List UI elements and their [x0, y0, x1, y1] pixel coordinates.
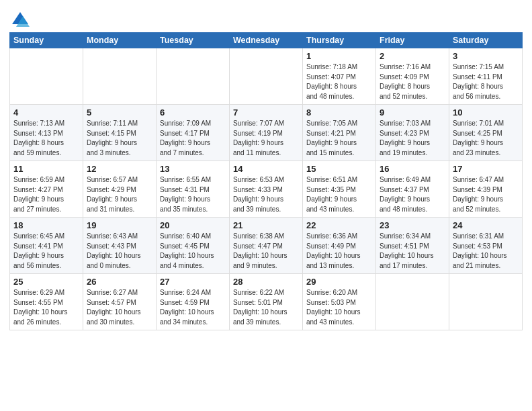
- day-number: 14: [233, 164, 299, 174]
- calendar-cell: 9Sunrise: 7:03 AMSunset: 4:23 PMDaylight…: [376, 105, 449, 161]
- day-info: Sunrise: 6:57 AMSunset: 4:29 PMDaylight:…: [87, 175, 152, 214]
- calendar-cell: 2Sunrise: 7:16 AMSunset: 4:09 PMDaylight…: [376, 48, 449, 105]
- day-info: Sunrise: 7:09 AMSunset: 4:17 PMDaylight:…: [160, 119, 226, 158]
- calendar-header-monday: Monday: [83, 33, 157, 48]
- day-number: 13: [160, 164, 226, 174]
- day-number: 8: [306, 107, 372, 118]
- calendar-cell: 27Sunrise: 6:24 AMSunset: 4:59 PMDayligh…: [157, 274, 230, 330]
- day-number: 16: [380, 164, 445, 174]
- day-info: Sunrise: 7:18 AMSunset: 4:07 PMDaylight:…: [306, 62, 372, 101]
- day-info: Sunrise: 6:51 AMSunset: 4:35 PMDaylight:…: [306, 175, 372, 214]
- day-number: 10: [453, 107, 519, 118]
- calendar-cell: 15Sunrise: 6:51 AMSunset: 4:35 PMDayligh…: [303, 161, 376, 218]
- day-info: Sunrise: 6:53 AMSunset: 4:33 PMDaylight:…: [233, 175, 299, 214]
- day-info: Sunrise: 7:16 AMSunset: 4:09 PMDaylight:…: [380, 62, 445, 101]
- day-number: 17: [453, 164, 519, 174]
- calendar-cell: 24Sunrise: 6:31 AMSunset: 4:53 PMDayligh…: [449, 218, 523, 274]
- calendar-week-row: 11Sunrise: 6:59 AMSunset: 4:27 PMDayligh…: [10, 161, 523, 218]
- day-info: Sunrise: 6:55 AMSunset: 4:31 PMDaylight:…: [160, 175, 226, 214]
- calendar-cell: 12Sunrise: 6:57 AMSunset: 4:29 PMDayligh…: [83, 161, 157, 218]
- day-info: Sunrise: 6:47 AMSunset: 4:39 PMDaylight:…: [453, 175, 519, 214]
- day-info: Sunrise: 7:07 AMSunset: 4:19 PMDaylight:…: [233, 119, 299, 158]
- day-number: 9: [380, 107, 445, 118]
- day-number: 15: [306, 164, 372, 174]
- calendar-header-row: SundayMondayTuesdayWednesdayThursdayFrid…: [10, 33, 523, 48]
- day-number: 2: [380, 51, 445, 61]
- calendar-cell: 5Sunrise: 7:11 AMSunset: 4:15 PMDaylight…: [83, 105, 157, 161]
- day-info: Sunrise: 6:43 AMSunset: 4:43 PMDaylight:…: [87, 232, 152, 271]
- calendar-week-row: 1Sunrise: 7:18 AMSunset: 4:07 PMDaylight…: [10, 48, 523, 105]
- calendar-cell: 8Sunrise: 7:05 AMSunset: 4:21 PMDaylight…: [303, 105, 376, 161]
- day-info: Sunrise: 6:27 AMSunset: 4:57 PMDaylight:…: [87, 288, 152, 327]
- logo-icon: [11, 9, 30, 28]
- calendar-cell: 16Sunrise: 6:49 AMSunset: 4:37 PMDayligh…: [376, 161, 449, 218]
- day-number: 28: [233, 277, 299, 287]
- calendar-cell: 20Sunrise: 6:40 AMSunset: 4:45 PMDayligh…: [157, 218, 230, 274]
- day-info: Sunrise: 6:45 AMSunset: 4:41 PMDaylight:…: [13, 232, 79, 271]
- day-number: 27: [160, 277, 226, 287]
- day-number: 24: [453, 220, 519, 230]
- day-number: 6: [160, 107, 226, 118]
- day-info: Sunrise: 7:15 AMSunset: 4:11 PMDaylight:…: [453, 62, 519, 101]
- day-info: Sunrise: 6:59 AMSunset: 4:27 PMDaylight:…: [13, 175, 79, 214]
- calendar-cell: 13Sunrise: 6:55 AMSunset: 4:31 PMDayligh…: [157, 161, 230, 218]
- day-info: Sunrise: 7:11 AMSunset: 4:15 PMDaylight:…: [87, 119, 152, 158]
- day-info: Sunrise: 6:49 AMSunset: 4:37 PMDaylight:…: [380, 175, 445, 214]
- calendar-cell: 23Sunrise: 6:34 AMSunset: 4:51 PMDayligh…: [376, 218, 449, 274]
- calendar-cell: 3Sunrise: 7:15 AMSunset: 4:11 PMDaylight…: [449, 48, 523, 105]
- day-number: 25: [13, 277, 79, 287]
- day-number: 12: [87, 164, 152, 174]
- day-number: 7: [233, 107, 299, 118]
- calendar-week-row: 18Sunrise: 6:45 AMSunset: 4:41 PMDayligh…: [10, 218, 523, 274]
- day-info: Sunrise: 6:36 AMSunset: 4:49 PMDaylight:…: [306, 232, 372, 271]
- calendar-cell: 11Sunrise: 6:59 AMSunset: 4:27 PMDayligh…: [10, 161, 83, 218]
- day-number: 22: [306, 220, 372, 230]
- day-info: Sunrise: 7:01 AMSunset: 4:25 PMDaylight:…: [453, 119, 519, 158]
- calendar-cell: 6Sunrise: 7:09 AMSunset: 4:17 PMDaylight…: [157, 105, 230, 161]
- calendar-cell: [376, 274, 449, 330]
- calendar-cell: 10Sunrise: 7:01 AMSunset: 4:25 PMDayligh…: [449, 105, 523, 161]
- calendar-cell: 7Sunrise: 7:07 AMSunset: 4:19 PMDaylight…: [230, 105, 303, 161]
- day-info: Sunrise: 6:24 AMSunset: 4:59 PMDaylight:…: [160, 288, 226, 327]
- day-number: 1: [306, 51, 372, 61]
- calendar-week-row: 25Sunrise: 6:29 AMSunset: 4:55 PMDayligh…: [10, 274, 523, 330]
- day-number: 4: [13, 107, 79, 118]
- day-info: Sunrise: 6:31 AMSunset: 4:53 PMDaylight:…: [453, 232, 519, 271]
- calendar-header-wednesday: Wednesday: [230, 33, 303, 48]
- day-number: 26: [87, 277, 152, 287]
- calendar-cell: 28Sunrise: 6:22 AMSunset: 5:01 PMDayligh…: [230, 274, 303, 330]
- day-number: 11: [13, 164, 79, 174]
- day-info: Sunrise: 6:34 AMSunset: 4:51 PMDaylight:…: [380, 232, 445, 271]
- calendar-cell: 26Sunrise: 6:27 AMSunset: 4:57 PMDayligh…: [83, 274, 157, 330]
- calendar-cell: [157, 48, 230, 105]
- day-number: 18: [13, 220, 79, 230]
- header: [9, 7, 523, 28]
- calendar-cell: 21Sunrise: 6:38 AMSunset: 4:47 PMDayligh…: [230, 218, 303, 274]
- calendar-cell: 29Sunrise: 6:20 AMSunset: 5:03 PMDayligh…: [303, 274, 376, 330]
- calendar-cell: [449, 274, 523, 330]
- day-number: 29: [306, 277, 372, 287]
- calendar-cell: 19Sunrise: 6:43 AMSunset: 4:43 PMDayligh…: [83, 218, 157, 274]
- logo: [9, 9, 30, 28]
- day-number: 23: [380, 220, 445, 230]
- calendar-cell: [230, 48, 303, 105]
- calendar-cell: 4Sunrise: 7:13 AMSunset: 4:13 PMDaylight…: [10, 105, 83, 161]
- calendar-week-row: 4Sunrise: 7:13 AMSunset: 4:13 PMDaylight…: [10, 105, 523, 161]
- day-info: Sunrise: 6:22 AMSunset: 5:01 PMDaylight:…: [233, 288, 299, 327]
- day-info: Sunrise: 7:05 AMSunset: 4:21 PMDaylight:…: [306, 119, 372, 158]
- day-info: Sunrise: 6:38 AMSunset: 4:47 PMDaylight:…: [233, 232, 299, 271]
- day-number: 19: [87, 220, 152, 230]
- day-info: Sunrise: 6:40 AMSunset: 4:45 PMDaylight:…: [160, 232, 226, 271]
- calendar-header-sunday: Sunday: [10, 33, 83, 48]
- calendar-table: SundayMondayTuesdayWednesdayThursdayFrid…: [9, 32, 523, 330]
- calendar-cell: 22Sunrise: 6:36 AMSunset: 4:49 PMDayligh…: [303, 218, 376, 274]
- calendar-cell: 14Sunrise: 6:53 AMSunset: 4:33 PMDayligh…: [230, 161, 303, 218]
- day-info: Sunrise: 7:03 AMSunset: 4:23 PMDaylight:…: [380, 119, 445, 158]
- calendar-cell: 1Sunrise: 7:18 AMSunset: 4:07 PMDaylight…: [303, 48, 376, 105]
- day-info: Sunrise: 6:29 AMSunset: 4:55 PMDaylight:…: [13, 288, 79, 327]
- calendar-cell: 25Sunrise: 6:29 AMSunset: 4:55 PMDayligh…: [10, 274, 83, 330]
- page-container: SundayMondayTuesdayWednesdayThursdayFrid…: [0, 0, 532, 411]
- calendar-cell: [83, 48, 157, 105]
- calendar-cell: 17Sunrise: 6:47 AMSunset: 4:39 PMDayligh…: [449, 161, 523, 218]
- day-number: 21: [233, 220, 299, 230]
